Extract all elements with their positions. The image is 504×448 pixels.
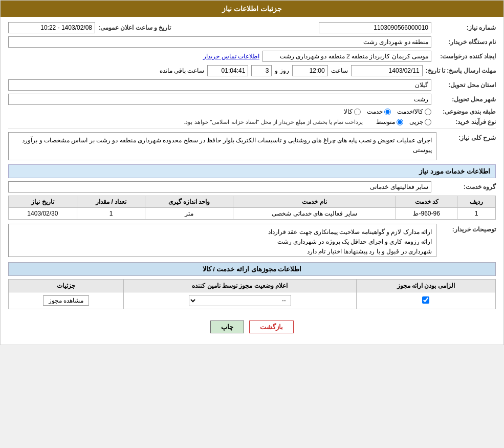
table-row: -- مشاهده مجوز — [9, 292, 496, 309]
category-kala-item[interactable]: کالا/خدمت — [397, 108, 431, 115]
need-desc-textarea[interactable]: اجرای عملیات تعویض و نصب پایه های چراغ ه… — [8, 132, 436, 160]
deadline-row: مهلت ارسال پاسخ: تا تاریخ: ساعت روز و سا… — [8, 65, 496, 76]
delivery-province-label: استان محل تحویل: — [434, 81, 496, 89]
view-permit-button[interactable]: مشاهده مجوز — [43, 295, 89, 306]
col-date: تاریخ نیاز — [9, 196, 77, 208]
permit-status-select[interactable]: -- — [189, 295, 291, 306]
col-service-code: کد خدمت — [396, 196, 457, 208]
category-kala-only-label: کالا — [344, 108, 353, 115]
back-button[interactable]: بازگشت — [249, 321, 294, 333]
cell-service-code: 960-96-ط — [396, 208, 457, 220]
buyer-org-label: نام دستگاه خریدار: — [434, 38, 496, 46]
col-service-name: نام خدمت — [233, 196, 396, 208]
col-quantity: تعداد / مقدار — [77, 196, 145, 208]
need-number-row: شماره نیاز: تاریخ و ساعت اعلان عمومی: — [8, 22, 496, 33]
creator-contact-link[interactable]: اطلاعات تماس خریدار — [203, 53, 259, 60]
divider-1 — [8, 129, 496, 129]
need-number-input[interactable] — [319, 22, 431, 33]
category-kala-label: کالا/خدمت — [397, 108, 423, 115]
perm-col-details: جزئیات — [9, 280, 124, 292]
cell-date: 1403/02/30 — [9, 208, 77, 220]
buyer-org-input — [8, 36, 431, 48]
process-motavaset-radio[interactable] — [397, 119, 403, 125]
deadline-remaining-input — [207, 65, 248, 76]
creator-label: ایجاد کننده درخواست: — [434, 53, 496, 60]
buyer-notes-textarea[interactable]: ارائه مدارک لازم و گواهینامه صلاحیت پیما… — [8, 224, 436, 257]
creator-input — [262, 51, 431, 62]
delivery-city-label: شهر محل تحویل: — [434, 96, 496, 103]
col-unit: واحد اندازه گیری — [145, 196, 233, 208]
process-type-label: نوع فرآیند خرید: — [434, 118, 496, 125]
category-radio-group: کالا/خدمت خدمت کالا — [344, 108, 431, 115]
deadline-date-input — [351, 65, 423, 76]
need-desc-row: شرح کلی نیاز: اجرای عملیات تعویض و نصب پ… — [8, 132, 496, 160]
service-group-label: گروه خدمت: — [434, 183, 496, 190]
delivery-city-row: شهر محل تحویل: — [8, 94, 496, 105]
process-jozi-radio[interactable] — [425, 119, 431, 125]
deadline-time-input — [292, 65, 328, 76]
process-motavaset-label: متوسط — [376, 118, 395, 125]
cell-quantity: 1 — [77, 208, 145, 220]
time-label: ساعت — [331, 67, 348, 74]
buyer-org-row: نام دستگاه خریدار: — [8, 36, 496, 48]
permits-section-header: اطلاعات مجوزهای ارائه خدمت / کالا — [8, 262, 496, 276]
process-radio-group: جزیی متوسط — [376, 118, 431, 125]
creator-row: ایجاد کننده درخواست: اطلاعات تماس خریدار — [8, 51, 496, 62]
need-number-label: شماره نیاز: — [434, 24, 496, 31]
permits-table: الزامی بودن ارائه مجوز اعلام وضعیت مجوز … — [8, 279, 496, 309]
cell-row-num: 1 — [457, 208, 496, 220]
remaining-label: ساعت باقی مانده — [160, 67, 205, 74]
cell-service-name: سایر فعالیت های خدماتی شخصی — [233, 208, 396, 220]
page-wrapper: جزئیات اطلاعات نیاز شماره نیاز: تاریخ و … — [0, 0, 504, 345]
category-row: طبقه بندی موضوعی: کالا/خدمت خدمت کالا — [8, 108, 496, 115]
category-kala-radio[interactable] — [425, 109, 431, 115]
process-motavaset-item[interactable]: متوسط — [376, 118, 403, 125]
process-type-row: نوع فرآیند خرید: جزیی متوسط پرداخت تمام … — [8, 118, 496, 125]
delivery-city-input — [8, 94, 431, 105]
process-jozi-label: جزیی — [409, 118, 423, 125]
service-group-input — [8, 181, 431, 193]
permits-section-label: اطلاعات مجوزهای ارائه خدمت / کالا — [203, 265, 302, 273]
days-label: روز و — [275, 67, 289, 74]
category-khedmat-label: خدمت — [367, 108, 383, 115]
perm-cell-status: -- — [123, 292, 356, 309]
print-button[interactable]: چاپ — [210, 321, 244, 333]
need-desc-label: شرح کلی نیاز: — [440, 132, 496, 141]
perm-cell-details: مشاهده مجوز — [9, 292, 124, 309]
delivery-province-row: استان محل تحویل: — [8, 79, 496, 91]
category-kala-only-item[interactable]: کالا — [344, 108, 361, 115]
mandatory-checkbox[interactable] — [422, 296, 429, 304]
category-label: طبقه بندی موضوعی: — [434, 108, 496, 115]
deadline-days-input — [251, 65, 272, 76]
buyer-notes-row: توصیحات خریدار: ارائه مدارک لازم و گواهی… — [8, 224, 496, 257]
table-row: 1 960-96-ط سایر فعالیت های خدماتی شخصی م… — [9, 208, 496, 220]
delivery-province-input — [8, 79, 431, 91]
perm-col-mandatory: الزامی بودن ارائه مجوز — [356, 280, 495, 292]
section-header: جزئیات اطلاعات نیاز — [1, 1, 503, 17]
col-row-num: ردیف — [457, 196, 496, 208]
button-row: بازگشت چاپ — [8, 314, 496, 339]
content-area: شماره نیاز: تاریخ و ساعت اعلان عمومی: نا… — [1, 17, 503, 345]
category-kala-only-radio[interactable] — [354, 109, 361, 115]
perm-cell-mandatory — [356, 292, 495, 309]
category-khedmat-radio[interactable] — [384, 109, 391, 115]
main-title: جزئیات اطلاعات نیاز — [222, 5, 282, 13]
deadline-label: مهلت ارسال پاسخ: تا تاریخ: — [426, 67, 496, 74]
notice-text: پرداخت تمام یا بخشی از مبلغ خریدار از مح… — [184, 119, 363, 125]
service-group-row: گروه خدمت: — [8, 181, 496, 193]
cell-unit: متر — [145, 208, 233, 220]
announce-date-label: تاریخ و ساعت اعلان عمومی: — [98, 24, 171, 31]
service-table: ردیف کد خدمت نام خدمت واحد اندازه گیری ت… — [8, 196, 496, 220]
process-jozi-item[interactable]: جزیی — [409, 118, 431, 125]
perm-col-status: اعلام وضعیت مجوز توسط نامین کننده — [123, 280, 356, 292]
buyer-notes-label: توصیحات خریدار: — [440, 224, 496, 233]
announce-date-input — [8, 22, 95, 33]
category-khedmat-item[interactable]: خدمت — [367, 108, 391, 115]
service-section-title: اطلاعات خدمات مورد نیاز — [8, 164, 496, 178]
